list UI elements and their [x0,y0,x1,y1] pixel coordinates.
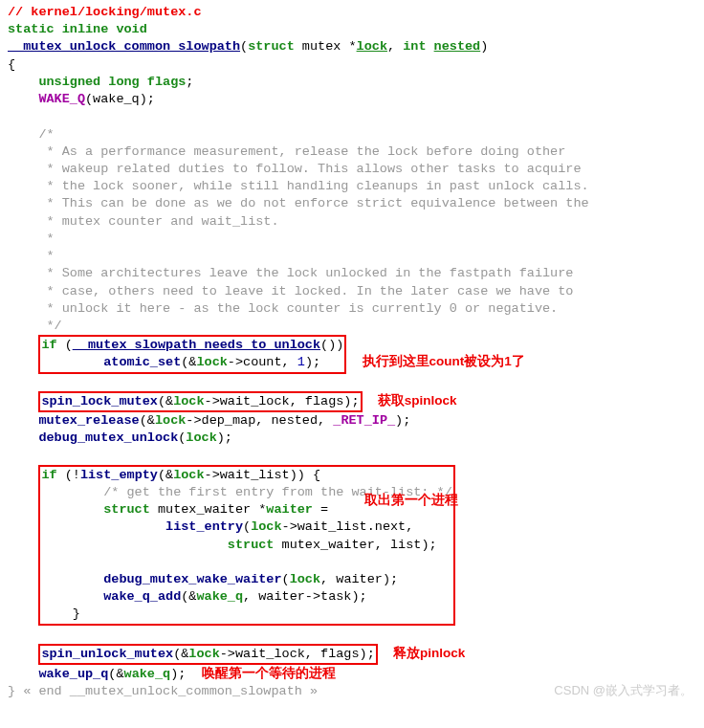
end-comment: } « end __mutex_unlock_common_slowpath » [8,684,318,698]
annotation-5: 唤醒第一个等待的进程 [202,666,336,680]
annotation-3b: 取出第一个进程 [364,493,458,507]
watermark: CSDN @嵌入式学习者。 [554,682,693,699]
highlight-box-4: spin_unlock_mutex(&lock->wait_lock, flag… [38,644,377,665]
annotation-2: 获取spinlock [378,393,457,408]
annotation-1: 执行到这里count被设为1了 [363,354,525,368]
highlight-box-3: if (!list_empty(&lock->wait_list)) { /* … [38,465,454,626]
code-block: // kernel/locking/mutex.c static inline … [8,4,696,701]
storage-class: static inline void [8,22,147,36]
function-name: __mutex_unlock_common_slowpath [8,39,240,54]
doc-comment: /* * As a performance measurement, relea… [8,127,589,333]
highlight-box-2: spin_lock_mutex(&lock->wait_lock, flags)… [38,391,362,412]
highlight-box-1: if (__mutex_slowpath_needs_to_unlock()) … [38,335,346,373]
file-path-comment: // kernel/locking/mutex.c [8,5,202,19]
annotation-4: 释放pinlock [393,646,465,660]
